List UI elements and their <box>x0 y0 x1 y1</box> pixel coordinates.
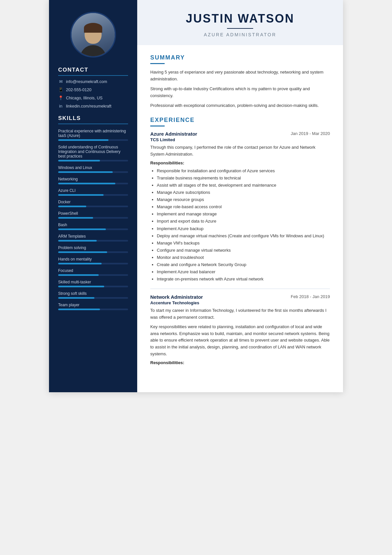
exp-job-title: Network Administrator <box>150 294 203 300</box>
skill-name: Practical experience with administering … <box>58 129 128 138</box>
avatar-body <box>80 45 106 58</box>
skill-item: Hands on mentality <box>58 257 128 264</box>
summary-paragraph: Professional with exceptional communicat… <box>150 102 330 109</box>
contact-section: CONTACT ✉ info@resumekraft.com 📱 202-555… <box>49 67 137 112</box>
summary-paragraph: Strong with up-to-date Industry Certific… <box>150 85 330 99</box>
responsibility-item: Implement Azure backup <box>157 225 330 232</box>
skill-name: ARM Templates <box>58 234 128 239</box>
responsibilities-title: Responsibilities: <box>150 360 330 365</box>
exp-description2: Key responsibilities were related to pla… <box>150 324 330 358</box>
skill-bar-bg <box>58 286 128 287</box>
responsibilities-list: Responsible for installation and configu… <box>150 167 330 283</box>
skill-bar-fill <box>58 263 102 264</box>
skill-item: ARM Templates <box>58 234 128 242</box>
summary-title: SUMMARY <box>150 54 330 61</box>
exp-company: Accenture Technologies <box>150 300 330 305</box>
skill-bar-bg <box>58 240 128 242</box>
main-content: JUSTIN WATSON AZURE ADMINISTRATOR SUMMAR… <box>137 0 343 392</box>
experience-underline <box>150 126 165 126</box>
responsibility-item: Deploy and manage virtual machines (Crea… <box>157 232 330 240</box>
skills-title: SKILLS <box>58 115 128 124</box>
person-name: JUSTIN WATSON <box>150 12 330 25</box>
responsibility-item: Import and export data to Azure <box>157 218 330 225</box>
summary-underline <box>150 63 165 64</box>
contact-linkedin: in linkedin.com/resumekraft <box>58 104 128 109</box>
responsibility-item: Manage role-based access control <box>157 203 330 210</box>
linkedin-icon: in <box>58 104 63 109</box>
contact-list: ✉ info@resumekraft.com 📱 202-555-0120 📍 … <box>58 79 128 109</box>
skill-bar-fill <box>58 171 113 173</box>
exp-description: Through this company, I performed the ro… <box>150 144 330 158</box>
exp-job-title: Azure Administrator <box>150 131 197 137</box>
skill-bar-fill <box>58 240 97 242</box>
responsibility-item: Create and configure a Network Security … <box>157 261 330 268</box>
responsibility-item: Monitor and troubleshoot <box>157 254 330 261</box>
skill-bar-fill <box>58 206 86 207</box>
sidebar: CONTACT ✉ info@resumekraft.com 📱 202-555… <box>49 0 137 392</box>
skill-bar-fill <box>58 297 94 299</box>
skill-bar-bg <box>58 206 128 207</box>
responsibility-item: Responsible for installation and configu… <box>157 167 330 175</box>
skill-name: Focused <box>58 268 128 273</box>
skill-bar-fill <box>58 251 107 253</box>
skills-list: Practical experience with administering … <box>58 129 128 310</box>
resume-container: CONTACT ✉ info@resumekraft.com 📱 202-555… <box>49 0 343 392</box>
skill-name: Team player <box>58 303 128 307</box>
skill-bar-bg <box>58 183 128 184</box>
exp-job-block: Network Administrator Feb 2018 - Jan 201… <box>150 294 330 365</box>
skill-item: Solid understanding of Continuous Integr… <box>58 145 128 161</box>
skill-bar-fill <box>58 309 100 310</box>
skill-name: Docker <box>58 200 128 204</box>
summary-paragraph: Having 5 yeras of experiance and very pa… <box>150 69 330 83</box>
skill-bar-fill <box>58 286 104 287</box>
avatar-person <box>78 22 108 58</box>
exp-header: Network Administrator Feb 2018 - Jan 201… <box>150 294 330 300</box>
contact-phone: 📱 202-555-0120 <box>58 87 128 92</box>
skill-name: PowerShell <box>58 211 128 216</box>
skill-item: Focused <box>58 268 128 276</box>
responsibility-item: Translate business requirements to techn… <box>157 175 330 182</box>
skill-item: Team player <box>58 303 128 310</box>
skill-item: Problem solving <box>58 245 128 253</box>
responsibility-item: Manage VM's backups <box>157 240 330 247</box>
responsibility-item: Implement Azure load balancer <box>157 268 330 276</box>
skill-item: Azure CLI <box>58 188 128 196</box>
skill-bar-fill <box>58 139 108 141</box>
skill-bar-bg <box>58 309 128 310</box>
exp-description: To start my career in Information Techno… <box>150 307 330 321</box>
skill-bar-bg <box>58 251 128 253</box>
skill-item: PowerShell <box>58 211 128 219</box>
summary-section: SUMMARY Having 5 yeras of experiance and… <box>150 54 330 109</box>
main-body: SUMMARY Having 5 yeras of experiance and… <box>137 45 343 380</box>
skill-name: Problem solving <box>58 245 128 250</box>
skill-name: Azure CLI <box>58 188 128 193</box>
skill-bar-fill <box>58 228 106 230</box>
responsibility-item: Integrate on-premises network with Azure… <box>157 276 330 283</box>
summary-paragraphs: Having 5 yeras of experiance and very pa… <box>150 69 330 109</box>
skill-name: Skilled multi-tasker <box>58 280 128 284</box>
skill-bar-bg <box>58 297 128 299</box>
responsibility-item: Manage Azure subscriptions <box>157 189 330 196</box>
exp-header: Azure Administrator Jan 2019 - Mar 2020 <box>150 131 330 137</box>
skill-item: Bash <box>58 223 128 230</box>
exp-job-block: Azure Administrator Jan 2019 - Mar 2020 … <box>150 131 330 283</box>
skill-name: Bash <box>58 223 128 227</box>
location-icon: 📍 <box>58 95 63 100</box>
avatar-head <box>85 25 102 44</box>
skill-item: Strong soft skills <box>58 291 128 299</box>
responsibilities-title: Responsibilities: <box>150 160 330 165</box>
skill-name: Windows and Linux <box>58 165 128 170</box>
experience-title: EXPERIENCE <box>150 117 330 124</box>
responsibility-item: Configure and manage virtual networks <box>157 247 330 254</box>
skill-bar-bg <box>58 274 128 276</box>
skill-bar-bg <box>58 263 128 264</box>
skill-item: Skilled multi-tasker <box>58 280 128 287</box>
exp-divider <box>150 289 330 289</box>
responsibility-item: Implement and manage storage <box>157 210 330 218</box>
skill-item: Windows and Linux <box>58 165 128 173</box>
skill-name: Strong soft skills <box>58 291 128 296</box>
skill-bar-bg <box>58 194 128 196</box>
avatar-placeholder <box>72 12 115 58</box>
skill-item: Docker <box>58 200 128 207</box>
skills-section: SKILLS Practical experience with adminis… <box>49 115 137 314</box>
